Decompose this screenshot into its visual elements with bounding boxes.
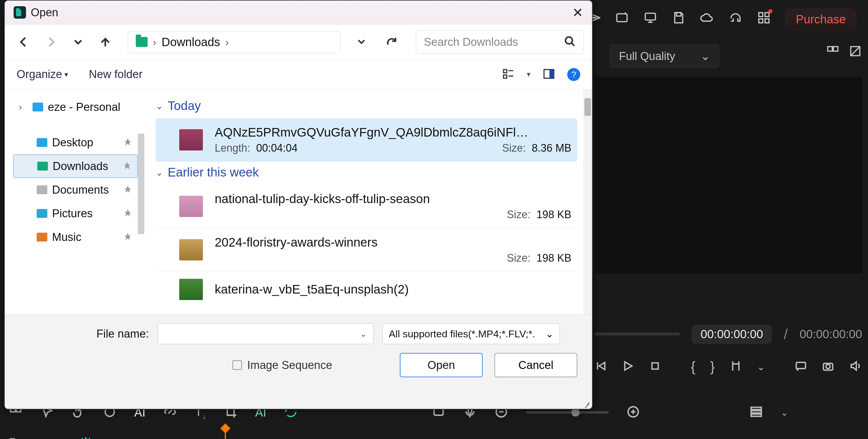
svg-rect-2: [676, 13, 681, 16]
help-button[interactable]: ?: [567, 68, 580, 81]
nav-recent-button[interactable]: [67, 31, 89, 53]
sidebar-scrollbar[interactable]: [138, 134, 144, 234]
step-back-icon[interactable]: [594, 360, 607, 373]
volume-icon[interactable]: [849, 360, 862, 373]
new-folder-button[interactable]: New folder: [89, 68, 143, 81]
save-icon[interactable]: [672, 11, 685, 28]
breadcrumb[interactable]: › Downloads ›: [128, 31, 341, 53]
sidebar-item-downloads[interactable]: Downloads: [13, 154, 138, 178]
snapshot-icon[interactable]: [822, 360, 834, 373]
file-thumbnail: [179, 239, 203, 260]
file-type-select[interactable]: All supported files(*.MP4;*.FLV;*. ⌄: [382, 323, 560, 344]
sidebar-item-personal[interactable]: › eze - Personal: [13, 95, 138, 119]
playhead[interactable]: [225, 429, 226, 439]
checkbox-icon[interactable]: [232, 360, 242, 370]
breadcrumb-history-button[interactable]: [352, 33, 371, 52]
ruler-icon-1[interactable]: [9, 436, 21, 439]
file-row[interactable]: 2024-floristry-awards-winners Size: 198 …: [156, 228, 577, 272]
auto-marker-icon[interactable]: [80, 436, 92, 439]
group-header-today[interactable]: ⌄ Today: [156, 95, 577, 118]
ruler-icon-2[interactable]: [33, 436, 44, 439]
pin-icon[interactable]: [124, 207, 132, 220]
view-mode-button[interactable]: [502, 67, 515, 82]
zoom-in-icon[interactable]: [626, 405, 640, 420]
chevron-down-icon[interactable]: ⌄: [781, 407, 788, 418]
sidebar-item-desktop[interactable]: Desktop: [13, 131, 138, 154]
refresh-button[interactable]: [382, 33, 401, 52]
pin-icon[interactable]: [123, 160, 131, 173]
stop-icon[interactable]: [649, 360, 661, 373]
organize-label: Organize: [17, 68, 62, 81]
file-name: national-tulip-day-kicks-off-tulip-seaso…: [215, 192, 571, 206]
file-row[interactable]: AQNzE5PRmvGQVuGfaYFgnV_QA9lDbmlcZ8aq6iNF…: [156, 118, 577, 162]
mark-out-icon[interactable]: }: [710, 358, 714, 375]
svg-rect-22: [751, 411, 762, 413]
folder-icon: [37, 138, 47, 147]
app-icon: [13, 6, 26, 19]
play-icon[interactable]: [622, 360, 634, 373]
grid-view-icon[interactable]: [826, 44, 840, 59]
monitor-icon[interactable]: [644, 11, 657, 28]
quality-select[interactable]: Full Quality ⌄: [610, 44, 719, 68]
nav-back-button[interactable]: [13, 31, 34, 53]
timecode-separator: /: [784, 326, 787, 342]
preview-panel: [594, 77, 862, 274]
pin-icon[interactable]: [124, 184, 132, 196]
nav-up-button[interactable]: [95, 31, 116, 53]
svg-rect-11: [796, 363, 806, 369]
file-type-label: All supported files(*.MP4;*.FLV;*.: [389, 328, 535, 340]
headset-icon[interactable]: [729, 11, 742, 28]
sidebar-item-documents[interactable]: Documents: [13, 178, 138, 201]
sidebar-item-music[interactable]: Music: [13, 225, 138, 249]
organize-menu[interactable]: Organize ▾: [17, 68, 68, 81]
ruler-tick: 00:00:20:00: [441, 438, 494, 439]
group-heading: Today: [168, 99, 201, 113]
cancel-button[interactable]: Cancel: [494, 353, 577, 377]
file-row[interactable]: katerina-w_vbE_t5aEq-unsplash(2): [156, 272, 577, 307]
display-icon[interactable]: [795, 360, 807, 373]
scrollbar-thumb[interactable]: [584, 98, 591, 116]
pin-icon[interactable]: [124, 231, 132, 244]
open-button[interactable]: Open: [400, 353, 483, 377]
search-input[interactable]: [424, 36, 564, 49]
preview-progress[interactable]: [594, 333, 680, 336]
svg-rect-4: [765, 13, 769, 17]
chevron-down-icon[interactable]: ⌄: [358, 329, 369, 339]
zoom-slider[interactable]: [526, 411, 609, 414]
svg-rect-1: [645, 13, 656, 20]
image-sequence-checkbox[interactable]: Image Sequence: [232, 359, 332, 372]
filename-combo[interactable]: ⌄: [158, 323, 374, 344]
svg-rect-21: [751, 407, 762, 410]
sidebar-item-label: Music: [52, 231, 81, 244]
chevron-right-icon[interactable]: ›: [225, 36, 228, 48]
search-box[interactable]: [416, 30, 584, 54]
nav-forward-button[interactable]: [40, 31, 62, 53]
resize-grip[interactable]: [582, 398, 590, 407]
ruler-tick: 00:00:10:00: [257, 438, 310, 439]
close-button[interactable]: ✕: [572, 5, 583, 20]
view-mode-more[interactable]: ▾: [527, 70, 531, 79]
timeline-ruler[interactable]: 00:00 00:00:05:00 00:00:10:00 00:00:15:0…: [100, 438, 862, 439]
search-icon[interactable]: [564, 35, 576, 49]
sidebar-item-pictures[interactable]: Pictures: [13, 201, 138, 225]
ruler-icon-3[interactable]: [56, 436, 68, 439]
size-label: Size:: [507, 252, 531, 264]
chevron-down-icon[interactable]: ⌄: [757, 360, 765, 373]
preview-pane-button[interactable]: [542, 67, 555, 82]
scope-icon[interactable]: [848, 44, 862, 59]
breadcrumb-location[interactable]: Downloads: [161, 35, 220, 49]
mark-in-icon[interactable]: {: [691, 358, 695, 375]
apps-icon[interactable]: [757, 11, 771, 28]
group-header-earlier[interactable]: ⌄ Earlier this week: [156, 162, 577, 185]
file-row[interactable]: national-tulip-day-kicks-off-tulip-seaso…: [156, 185, 577, 228]
size-label: Size:: [502, 142, 526, 154]
track-view-icon[interactable]: [749, 405, 763, 420]
svg-rect-31: [550, 69, 554, 78]
file-list-scrollbar[interactable]: [583, 89, 592, 314]
purchase-button[interactable]: Purchase: [785, 9, 856, 30]
pin-icon[interactable]: [124, 136, 132, 149]
media-import-icon[interactable]: [615, 11, 629, 28]
cloud-icon[interactable]: [700, 11, 714, 28]
marker-icon[interactable]: [730, 360, 742, 373]
filename-input[interactable]: [163, 328, 358, 340]
